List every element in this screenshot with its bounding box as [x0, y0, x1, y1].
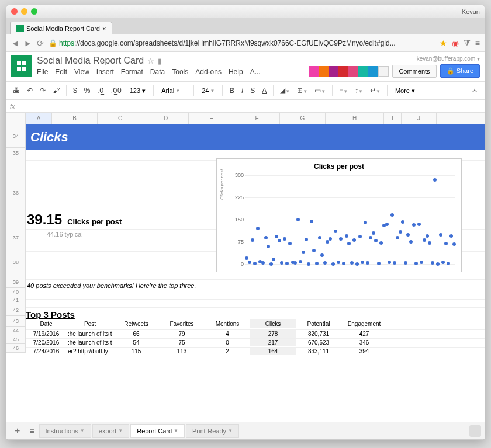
all-sheets-button[interactable]: ≡: [26, 426, 37, 436]
row-header[interactable]: 34: [6, 124, 26, 148]
menu-data[interactable]: Data: [150, 68, 165, 76]
col-header-i[interactable]: I: [384, 113, 402, 124]
italic-button[interactable]: I: [238, 84, 246, 97]
menu-help[interactable]: Help: [229, 68, 243, 76]
cell[interactable]: 7/19/2016: [26, 330, 67, 338]
row-header[interactable]: 45: [6, 335, 26, 344]
row-header[interactable]: 35: [6, 148, 26, 158]
avatar-icon[interactable]: [368, 66, 379, 77]
undo-button[interactable]: ↶: [24, 84, 36, 97]
decrease-decimal-button[interactable]: .0̲: [94, 84, 106, 97]
cell[interactable]: 820,731: [296, 330, 341, 338]
avatar-icon[interactable]: [309, 66, 319, 77]
cell[interactable]: 7/20/2016: [26, 339, 67, 346]
doc-title[interactable]: Social Media Report Card: [37, 55, 144, 66]
maximize-window-button[interactable]: [31, 8, 37, 15]
avatar-icon[interactable]: [358, 66, 369, 77]
sheet-tab-export[interactable]: export▼: [92, 424, 130, 438]
cell[interactable]: er? http://buff.ly: [67, 348, 113, 355]
valign-button[interactable]: ↕▼: [352, 84, 366, 97]
borders-button[interactable]: ⊞▼: [294, 84, 310, 97]
number-format-dropdown[interactable]: 123 ▾: [126, 85, 150, 97]
font-dropdown[interactable]: Arial ▼: [157, 85, 190, 96]
sheets-logo-icon[interactable]: [11, 55, 32, 77]
col-header-d[interactable]: D: [143, 113, 189, 124]
cell[interactable]: 427: [341, 330, 387, 338]
reload-button[interactable]: ⟳: [37, 39, 44, 48]
star-doc-icon[interactable]: ☆: [147, 57, 154, 65]
row-header[interactable]: 44: [6, 327, 26, 335]
explore-button[interactable]: [469, 425, 481, 437]
bold-button[interactable]: B: [226, 84, 237, 97]
avatar-icon[interactable]: [348, 66, 359, 77]
row-header[interactable]: 40: [6, 288, 26, 296]
url-field[interactable]: 🔒 https://docs.google.com/spreadsheets/d…: [49, 39, 435, 47]
extension-icon[interactable]: ◉: [452, 39, 459, 48]
forward-button[interactable]: ►: [24, 39, 32, 48]
select-all-corner[interactable]: [6, 113, 26, 124]
paint-format-button[interactable]: 🖌: [50, 84, 63, 97]
merge-button[interactable]: ▭▼: [312, 84, 329, 97]
cell[interactable]: 2: [205, 348, 250, 355]
cell[interactable]: 4: [205, 330, 250, 338]
cell[interactable]: 79: [159, 330, 205, 338]
col-header-f[interactable]: F: [234, 113, 280, 124]
col-header-a[interactable]: A: [26, 113, 52, 124]
menu-addons[interactable]: Add-ons: [195, 68, 222, 76]
menu-file[interactable]: File: [37, 68, 48, 76]
row-header[interactable]: 41: [6, 296, 26, 304]
col-header-g[interactable]: G: [280, 113, 326, 124]
clicks-per-post-chart[interactable]: Clicks per post Clicks per post 07515022…: [216, 158, 462, 272]
cell[interactable]: 217: [250, 339, 296, 346]
cell[interactable]: 394: [341, 348, 387, 355]
text-color-button[interactable]: A: [259, 84, 269, 97]
row-header[interactable]: 46: [6, 344, 26, 353]
browser-tab[interactable]: Social Media Report Card ×: [10, 22, 112, 34]
back-button[interactable]: ◄: [11, 39, 19, 48]
print-button[interactable]: 🖶: [10, 84, 23, 97]
cell[interactable]: 833,111: [296, 348, 341, 355]
increase-decimal-button[interactable]: .0̲0: [108, 84, 125, 97]
halign-button[interactable]: ≡▼: [336, 84, 351, 97]
share-button[interactable]: 🔒 Share: [440, 64, 480, 78]
minimize-window-button[interactable]: [21, 8, 27, 15]
avatar-icon[interactable]: [338, 66, 349, 77]
menu-tools[interactable]: Tools: [172, 68, 188, 76]
row-header[interactable]: 36: [6, 158, 26, 227]
row-header[interactable]: 42: [6, 304, 26, 316]
cell[interactable]: 7/24/2016: [26, 348, 67, 355]
close-tab-icon[interactable]: ×: [102, 25, 106, 32]
add-sheet-button[interactable]: +: [10, 426, 25, 436]
account-email[interactable]: kevan@bufferapp.com ▾: [417, 55, 480, 62]
col-header-c[interactable]: C: [98, 113, 143, 124]
cell[interactable]: 66: [113, 330, 159, 338]
menu-edit[interactable]: Edit: [55, 68, 67, 76]
menu-more[interactable]: A...: [250, 68, 261, 76]
close-window-button[interactable]: [11, 8, 18, 15]
cell[interactable]: 346: [341, 339, 387, 346]
sheet-tab-instructions[interactable]: Instructions▼: [39, 424, 91, 438]
redo-button[interactable]: ↷: [37, 84, 49, 97]
percent-button[interactable]: %: [81, 84, 94, 97]
cell[interactable]: 0: [205, 339, 250, 346]
comments-button[interactable]: Comments: [392, 65, 436, 78]
cell[interactable]: 278: [250, 330, 296, 338]
col-header-b[interactable]: B: [52, 113, 98, 124]
menu-insert[interactable]: Insert: [96, 68, 114, 76]
font-size-dropdown[interactable]: 24 ▼: [198, 85, 219, 96]
menu-format[interactable]: Format: [121, 68, 143, 76]
avatar-more-button[interactable]: [378, 66, 389, 77]
fill-color-button[interactable]: ◢▼: [277, 84, 293, 97]
row-header[interactable]: 37: [6, 227, 26, 248]
cell[interactable]: 75: [159, 339, 205, 346]
cell[interactable]: 115: [113, 348, 159, 355]
currency-button[interactable]: $: [70, 84, 80, 97]
cell[interactable]: 113: [159, 348, 205, 355]
collapse-toolbar-button[interactable]: ㅅ: [468, 84, 481, 98]
cell[interactable]: :he launch of its t: [67, 330, 113, 338]
move-folder-icon[interactable]: ▮: [158, 57, 162, 65]
row-header[interactable]: 39: [6, 276, 26, 288]
cell[interactable]: 164: [250, 348, 296, 355]
pocket-icon[interactable]: ⧩: [464, 38, 471, 48]
avatar-icon[interactable]: [319, 66, 329, 77]
